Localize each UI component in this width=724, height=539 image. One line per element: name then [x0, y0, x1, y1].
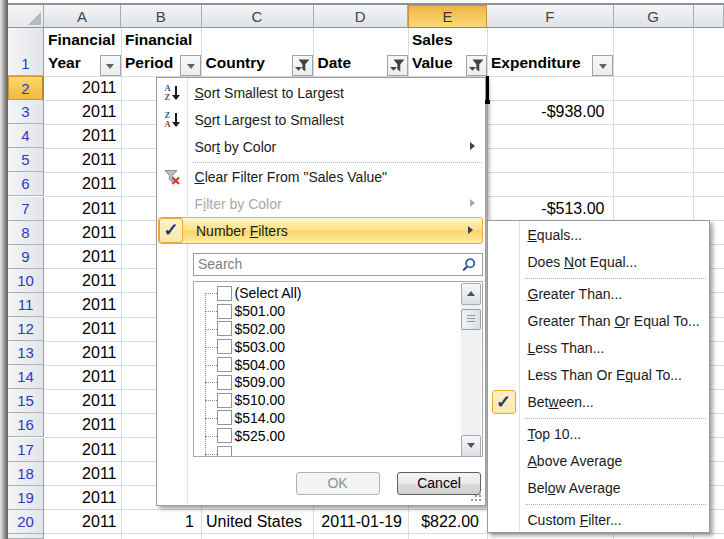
- cell-A10[interactable]: 2011: [46, 269, 117, 293]
- value-checkbox[interactable]: [217, 393, 232, 408]
- submenu-item-less-than-or-equal-to[interactable]: Less Than Or Equal To...: [489, 362, 708, 389]
- row-header-6[interactable]: 6: [8, 172, 44, 196]
- filter-value-item[interactable]: $514.00: [194, 409, 460, 427]
- filter-value-item[interactable]: $510.00: [194, 391, 460, 409]
- filter-value-item[interactable]: $504.00: [194, 356, 460, 374]
- cell-A19[interactable]: 2011: [46, 486, 117, 510]
- resize-grip-icon[interactable]: [471, 491, 483, 503]
- menu-item-sort-largest-to-smallest[interactable]: ZASort Largest to Smallest: [158, 106, 484, 133]
- menu-item-filter-by-color[interactable]: Filter by Color: [158, 190, 484, 217]
- column-header-E[interactable]: E: [408, 5, 487, 28]
- row-header-13[interactable]: 13: [8, 341, 44, 365]
- row-header-3[interactable]: 3: [8, 100, 44, 124]
- cell-A17[interactable]: 2011: [46, 438, 117, 462]
- row-header-14[interactable]: 14: [8, 365, 44, 389]
- submenu-item-less-than[interactable]: Less Than...: [489, 335, 708, 362]
- filter-value-item[interactable]: (Select All): [194, 285, 460, 303]
- cell-A3[interactable]: 2011: [46, 100, 117, 124]
- select-all-corner[interactable]: [8, 5, 44, 28]
- cell-A16[interactable]: 2011: [46, 413, 117, 437]
- filter-button-a[interactable]: [100, 55, 121, 76]
- row-header-17[interactable]: 17: [8, 438, 44, 462]
- filter-value-item[interactable]: $525.00: [194, 427, 460, 445]
- cell-B20[interactable]: 1: [123, 510, 194, 534]
- row-header-partial[interactable]: [8, 534, 44, 539]
- filter-button-b[interactable]: [180, 55, 201, 76]
- cell-A20[interactable]: 2011: [46, 510, 117, 534]
- cell-A15[interactable]: 2011: [46, 389, 117, 413]
- row-header-12[interactable]: 12: [8, 317, 44, 341]
- cell-A12[interactable]: 2011: [46, 317, 117, 341]
- row-header-10[interactable]: 10: [8, 269, 44, 293]
- cell-A13[interactable]: 2011: [46, 341, 117, 365]
- cell-A6[interactable]: 2011: [46, 172, 117, 196]
- row-header-16[interactable]: 16: [8, 413, 44, 437]
- submenu-item-between[interactable]: Between...: [489, 389, 708, 416]
- value-checkbox[interactable]: [217, 446, 232, 456]
- scroll-up-button[interactable]: [461, 283, 481, 305]
- menu-item-number-filters[interactable]: Number Filters: [158, 217, 483, 244]
- cell-E20[interactable]: $822.00: [410, 510, 479, 534]
- value-checkbox[interactable]: [217, 304, 232, 319]
- filter-button-c-active[interactable]: [292, 55, 313, 76]
- submenu-item-greater-than[interactable]: Greater Than...: [489, 281, 708, 308]
- row-header-15[interactable]: 15: [8, 389, 44, 413]
- cancel-button[interactable]: Cancel: [397, 472, 481, 495]
- column-header-G[interactable]: G: [614, 5, 694, 28]
- filter-button-d-active[interactable]: [387, 55, 408, 76]
- filter-value-item[interactable]: $503.00: [194, 338, 460, 356]
- value-checkbox[interactable]: [217, 428, 232, 443]
- column-header-F[interactable]: F: [487, 5, 614, 28]
- submenu-item-greater-than-or-equal-to[interactable]: Greater Than Or Equal To...: [489, 308, 708, 335]
- menu-item-sort-smallest-to-largest[interactable]: AZSort Smallest to Largest: [158, 79, 484, 106]
- cell-A5[interactable]: 2011: [46, 148, 117, 172]
- cell-A2[interactable]: 2011: [46, 76, 117, 100]
- search-input[interactable]: [194, 254, 482, 275]
- row-header-19[interactable]: 19: [8, 486, 44, 510]
- cell-A14[interactable]: 2011: [46, 365, 117, 389]
- submenu-item-above-average[interactable]: Above Average: [489, 448, 708, 475]
- row-header-8[interactable]: 8: [8, 221, 44, 245]
- row-header-5[interactable]: 5: [8, 148, 44, 172]
- menu-item-sort-by-color[interactable]: Sort by Color: [158, 133, 484, 160]
- submenu-item-below-average[interactable]: Below Average: [489, 475, 708, 502]
- row-header-11[interactable]: 11: [8, 293, 44, 317]
- cell-C20[interactable]: United States: [204, 510, 314, 534]
- cell-F7[interactable]: -$513.00: [489, 197, 605, 221]
- row-header-2[interactable]: 2: [8, 76, 44, 100]
- search-box[interactable]: [193, 253, 483, 276]
- row-header-18[interactable]: 18: [8, 462, 44, 486]
- list-scrollbar[interactable]: [461, 283, 481, 457]
- submenu-item-top-10[interactable]: Top 10...: [489, 421, 708, 448]
- menu-item-clear-filter-from-sales-value[interactable]: Clear Filter From "Sales Value": [158, 163, 484, 190]
- cell-A4[interactable]: 2011: [46, 124, 117, 148]
- value-checkbox[interactable]: [217, 357, 232, 372]
- value-checkbox[interactable]: [217, 286, 232, 301]
- value-checkbox[interactable]: [217, 410, 232, 425]
- row-header-20[interactable]: 20: [8, 510, 44, 534]
- row-header-1[interactable]: 1: [8, 28, 44, 76]
- column-header-A[interactable]: A: [44, 5, 121, 28]
- row-header-9[interactable]: 9: [8, 245, 44, 269]
- cell-A8[interactable]: 2011: [46, 221, 117, 245]
- filter-button-f[interactable]: [592, 55, 613, 76]
- row-header-7[interactable]: 7: [8, 197, 44, 221]
- filter-value-item[interactable]: $502.00: [194, 320, 460, 338]
- value-checkbox[interactable]: [217, 339, 232, 354]
- column-header-partial[interactable]: [694, 5, 724, 28]
- column-header-B[interactable]: B: [121, 5, 202, 28]
- submenu-item-equals[interactable]: Equals...: [489, 222, 708, 249]
- value-checkbox[interactable]: [217, 375, 232, 390]
- cell-D20[interactable]: 2011-01-19: [316, 510, 403, 534]
- submenu-item-custom-filter[interactable]: Custom Filter...: [489, 507, 708, 534]
- cell-A9[interactable]: 2011: [46, 245, 117, 269]
- submenu-item-does-not-equal[interactable]: Does Not Equal...: [489, 249, 708, 276]
- ok-button[interactable]: OK: [296, 472, 380, 495]
- cell-A11[interactable]: 2011: [46, 293, 117, 317]
- value-checkbox[interactable]: [217, 321, 232, 336]
- scroll-down-button[interactable]: [461, 435, 481, 457]
- column-header-D[interactable]: D: [314, 5, 409, 28]
- scrollbar-thumb[interactable]: [461, 309, 481, 330]
- filter-value-item[interactable]: $509.00: [194, 374, 460, 392]
- filter-value-item[interactable]: [194, 445, 460, 457]
